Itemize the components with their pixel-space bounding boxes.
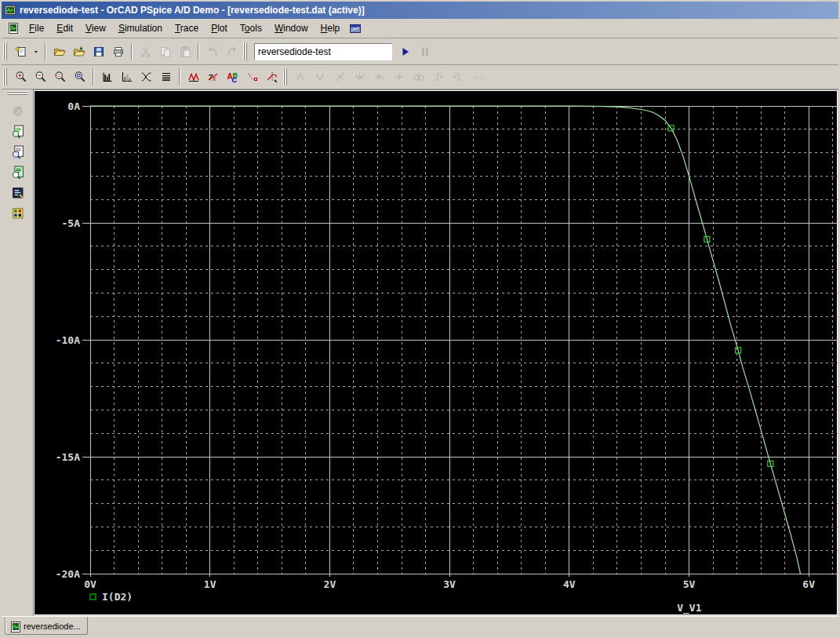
new-dropdown-button[interactable] [31,42,42,61]
mark-data-points-button[interactable] [242,67,262,86]
log-x-glyph [140,71,153,83]
x-tick-label: 0V [84,578,96,590]
y-tick-label: -15A [56,451,80,463]
toolbar-grip[interactable] [283,68,289,86]
print-button[interactable] [108,42,128,61]
simulation-status-button [7,101,27,121]
performance-analysis-button[interactable] [117,67,136,86]
simulation-output-window-button[interactable] [7,183,27,202]
document-tab[interactable]: reversediode... [5,617,88,635]
simulation-queue-button[interactable] [7,203,27,223]
play-glyph [399,46,412,58]
zoom-in-button[interactable] [11,67,31,86]
zoom-fit-button[interactable] [70,67,89,86]
menu-edit[interactable]: Edit [50,20,79,36]
save-button[interactable] [89,42,108,61]
legend-symbol [90,594,96,600]
y-tick-label: -20A [56,568,80,580]
toolbar-grip[interactable] [3,43,9,60]
cursor-min-button [350,67,369,86]
toolbar-grip[interactable] [7,91,27,97]
view-circuit-file-button[interactable] [7,142,27,162]
title-bar: reversediode-test - OrCAD PSpice A/D Dem… [2,2,838,19]
toolbar-separator [131,43,133,60]
console-window-glyph [11,186,24,199]
doc-wave-magnifier-glyph [11,125,24,138]
menu-bar: FileEditViewSimulationTracePlotToolsWind… [2,19,838,38]
zoom-out-button[interactable] [31,67,50,86]
undo-button [202,42,222,61]
toolbar-separator [93,68,94,86]
pspice-document-icon[interactable] [7,22,20,35]
cursor-g3-glyph [334,71,347,83]
zoom-out-glyph [35,71,47,83]
fft-button[interactable] [97,67,117,86]
toolbar-grip[interactable] [3,68,9,86]
cursor-previous-transition-button [448,67,467,86]
performance-glyph [121,71,133,83]
menu-tools[interactable]: Tools [234,20,268,36]
open-append-button[interactable] [69,42,89,61]
log-x-axis-button[interactable] [136,67,156,86]
x-tick-label: 1V [204,578,216,590]
waveform-plot[interactable]: 0A-5A-10A-15A-20A0V1V2V3V4V5V6VI(D2)V_V1 [35,91,840,618]
menu-window[interactable]: Window [268,20,315,36]
pspice-document-icon-glyph [9,621,22,633]
undo-arrow-glyph [206,46,219,58]
text-label-button[interactable]: ABC [223,67,242,86]
pause-glyph [419,46,431,58]
x-axis-title: V_V1 [677,602,701,614]
paste-button [175,42,195,61]
doc-green-magnifier-glyph [11,166,24,179]
pspice-document-icon-glyph [7,22,20,35]
run-simulation-button[interactable] [395,42,415,61]
scissors-glyph [140,46,152,58]
simulation-profile-input[interactable] [254,43,392,60]
toolbar-grip[interactable] [243,43,249,60]
cursor-max-button [369,67,389,86]
copy-button [155,42,175,61]
log-y-axis-button[interactable] [156,67,176,86]
cursor-g10-glyph: (x,y) [471,71,484,83]
new-simulation-button[interactable] [11,42,31,61]
x-tick-label: 4V [563,578,576,590]
menu-plot[interactable]: Plot [205,20,234,36]
eval-goal-function-button[interactable]: 7x [203,67,223,86]
floppy-glyph [93,46,105,58]
app-icon [4,4,16,16]
zoom-in-glyph [15,71,27,83]
cursor-point-button [389,67,409,86]
toggle-cursor-button[interactable] [262,67,282,86]
workspace: 0A-5A-10A-15A-20A0V1V2V3V4V5V6VI(D2)V_V1 [2,89,838,616]
app-window-glyph [4,4,16,16]
plot-window: 0A-5A-10A-15A-20A0V1V2V3V4V5V6VI(D2)V_V1 [34,90,838,615]
toolbar-separator [45,43,46,60]
status-ball-glyph [11,104,24,118]
menu-trace[interactable]: Trace [169,20,205,36]
menu-simulation[interactable]: Simulation [112,20,169,36]
queue-grid-glyph [11,206,24,220]
window-title: reversediode-test - OrCAD PSpice A/D Dem… [20,5,365,16]
svg-text:(x,y): (x,y) [472,75,484,81]
cursor-peak-button [291,67,311,86]
add-trace-button[interactable] [184,67,203,86]
menu-view[interactable]: View [79,20,112,36]
schematic-window-icon[interactable] [349,22,362,35]
open-button[interactable] [49,42,69,61]
view-simulation-output-file-button[interactable] [7,122,27,141]
menu-file[interactable]: File [23,20,50,36]
pspice-document-icon [9,621,20,632]
zoom-fit-glyph [74,71,86,83]
printer-glyph [112,46,125,58]
redo-button [222,42,242,61]
view-simulation-results-button[interactable] [7,162,27,182]
doc-text-magnifier-glyph [11,145,24,159]
abc-label-glyph: ABC [227,71,239,83]
menu-help[interactable]: Help [315,20,347,36]
sidebar-toolbar [2,89,33,616]
main-toolbar [2,38,838,65]
zoom-area-button[interactable] [50,67,70,86]
svg-text:C: C [231,76,237,84]
cursor-g2-glyph [315,71,327,83]
x-tick-label: 5V [683,578,696,590]
